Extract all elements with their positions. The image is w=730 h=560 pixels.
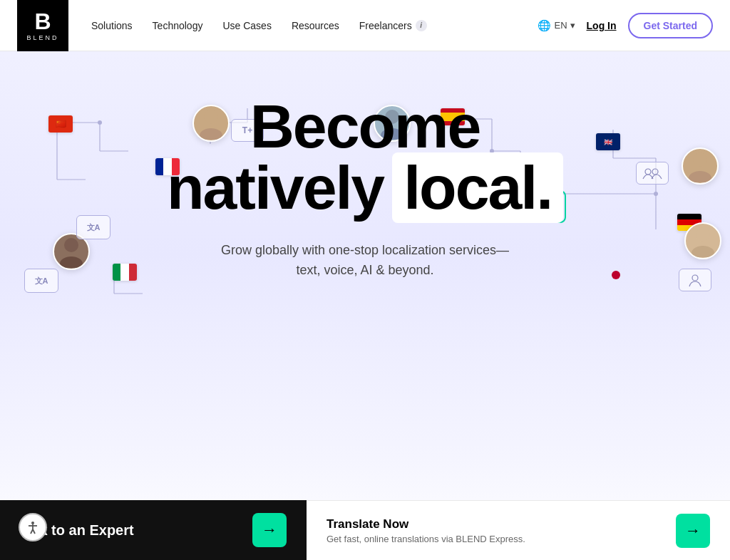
flag-italy bbox=[113, 264, 137, 281]
hero-title-line1: Become bbox=[167, 94, 563, 158]
logo-letter: B bbox=[34, 10, 51, 33]
nav-use-cases[interactable]: Use Cases bbox=[222, 20, 271, 31]
person-icon bbox=[679, 269, 711, 291]
bottom-ctas: Talk to an Expert → Translate Now Get fa… bbox=[0, 500, 730, 560]
svg-point-28 bbox=[689, 171, 711, 182]
local-white-box: local. bbox=[392, 152, 563, 222]
nav-solutions[interactable]: Solutions bbox=[91, 20, 133, 31]
translate-icon-2: 文A bbox=[24, 269, 58, 293]
nav-right: 🌐 EN ▾ Log In Get Started bbox=[538, 13, 713, 38]
svg-point-18 bbox=[98, 120, 102, 125]
logo-text: BLEND bbox=[26, 34, 58, 41]
cta-translate[interactable]: Translate Now Get fast, online translati… bbox=[307, 500, 730, 560]
arrow-icon-translate: → bbox=[685, 522, 701, 540]
language-selector[interactable]: 🌐 EN ▾ bbox=[538, 19, 575, 32]
navbar: B BLEND Solutions Technology Use Cases R… bbox=[0, 0, 730, 51]
logo[interactable]: B BLEND bbox=[17, 0, 68, 51]
accessibility-button[interactable] bbox=[19, 513, 47, 541]
translate-icon-1: 文A bbox=[76, 215, 110, 239]
arrow-icon: → bbox=[262, 521, 277, 539]
hero-section: 🇨🇳 🇬🇧 T+ 文A 文A bbox=[0, 51, 730, 560]
nav-freelancers[interactable]: Freelancers i bbox=[359, 20, 427, 31]
accessibility-icon bbox=[26, 520, 40, 534]
login-button[interactable]: Log In bbox=[587, 20, 617, 31]
svg-point-27 bbox=[693, 152, 707, 167]
svg-point-37 bbox=[692, 275, 698, 281]
get-started-button[interactable]: Get Started bbox=[628, 13, 713, 38]
flag-uk: 🇬🇧 bbox=[596, 133, 620, 150]
avatar-4 bbox=[684, 222, 721, 259]
nav-links: Solutions Technology Use Cases Resources… bbox=[91, 20, 538, 31]
cta-translate-arrow-button[interactable]: → bbox=[676, 514, 710, 548]
japan-dot bbox=[612, 271, 620, 279]
cta-expert-arrow-button[interactable]: → bbox=[252, 513, 287, 547]
svg-point-32 bbox=[60, 256, 83, 268]
hero-subtitle: Grow globally with one-stop localization… bbox=[167, 240, 563, 281]
info-icon: i bbox=[416, 20, 427, 31]
svg-point-30 bbox=[692, 246, 714, 257]
avatar-3 bbox=[682, 147, 719, 185]
flag-china: 🇨🇳 bbox=[48, 115, 73, 133]
svg-point-22 bbox=[654, 192, 658, 196]
nav-technology[interactable]: Technology bbox=[153, 20, 203, 31]
svg-point-38 bbox=[31, 522, 34, 524]
people-icon bbox=[636, 162, 669, 185]
hero-title-line2: natively local. bbox=[167, 152, 563, 222]
cta-translate-title: Translate Now bbox=[327, 517, 525, 532]
svg-point-35 bbox=[645, 169, 651, 175]
chevron-down-icon: ▾ bbox=[570, 20, 575, 31]
svg-line-42 bbox=[33, 529, 35, 534]
svg-point-29 bbox=[696, 227, 710, 242]
svg-point-36 bbox=[652, 169, 658, 175]
cta-translate-content: Translate Now Get fast, online translati… bbox=[327, 517, 525, 544]
globe-icon: 🌐 bbox=[538, 19, 551, 32]
nav-resources[interactable]: Resources bbox=[292, 20, 339, 31]
hero-text: Become natively local. Grow globally wit… bbox=[167, 94, 563, 281]
svg-point-31 bbox=[64, 238, 78, 252]
cta-translate-subtitle: Get fast, online translations via BLEND … bbox=[327, 534, 525, 544]
